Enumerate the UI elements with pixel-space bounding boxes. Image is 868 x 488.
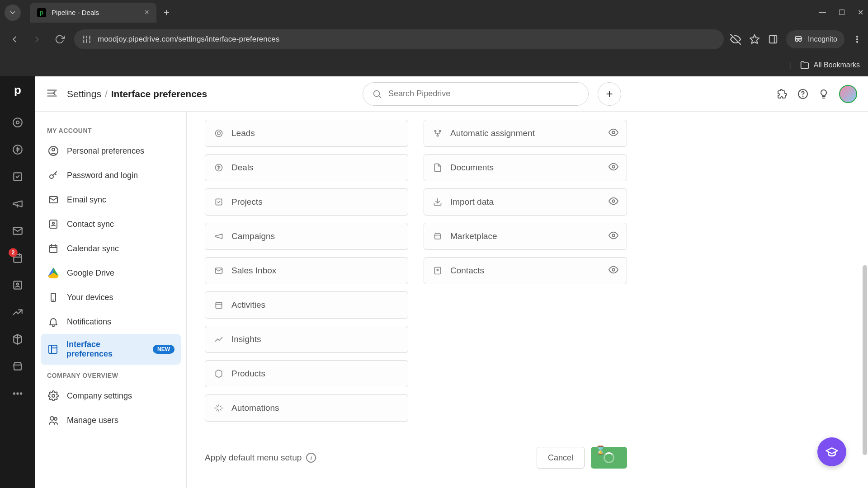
svg-marker-7 (750, 35, 759, 43)
apply-default-link[interactable]: Apply default menu setup i (205, 453, 316, 463)
close-window-button[interactable]: ✕ (858, 8, 863, 17)
help-fab[interactable] (817, 437, 846, 466)
svg-point-68 (612, 234, 615, 237)
browser-tab[interactable]: p Pipeline - Deals × (30, 3, 156, 23)
breadcrumb-root[interactable]: Settings (67, 89, 101, 99)
tab-favicon: p (37, 8, 46, 17)
rail-item-projects[interactable] (6, 165, 29, 188)
eye-icon[interactable] (609, 127, 618, 140)
tile-projects[interactable]: Projects (205, 188, 408, 216)
svg-point-71 (612, 268, 615, 271)
user-avatar[interactable] (839, 85, 857, 103)
lightbulb-icon[interactable] (818, 89, 829, 99)
branch-icon (432, 128, 443, 139)
footer-actions: Apply default menu setup i Cancel ⌛ (205, 447, 627, 469)
new-tab-button[interactable]: + (164, 7, 170, 19)
tile-marketplace[interactable]: Marketplace (424, 223, 627, 250)
rail-item-mail[interactable] (6, 219, 29, 243)
svg-point-64 (612, 131, 615, 134)
rail-item-insights[interactable] (6, 300, 29, 324)
tile-documents[interactable]: Documents (424, 154, 627, 181)
add-button[interactable]: + (598, 82, 621, 106)
tile-products[interactable]: Products (205, 360, 408, 387)
tile-automatic-assignment[interactable]: Automatic assignment (424, 120, 627, 147)
sidebar-toggle[interactable] (46, 87, 58, 101)
main-content: Leads Deals Projects Campaigns Sales Inb… (187, 112, 868, 488)
rail-item-leads[interactable] (6, 111, 29, 134)
tab-title: Pipeline - Deals (52, 9, 99, 16)
app-logo[interactable]: p (9, 81, 27, 99)
eye-icon[interactable] (609, 196, 618, 208)
kebab-menu-icon[interactable] (853, 35, 862, 44)
all-bookmarks-button[interactable]: All Bookmarks (800, 61, 860, 70)
sidebar-item-contact-sync[interactable]: Contact sync (41, 212, 181, 236)
sparkle-icon (213, 403, 224, 413)
svg-point-41 (52, 222, 54, 224)
sidebar-item-interface-preferences[interactable]: Interface preferencesNEW (41, 334, 181, 365)
tile-column-right: Automatic assignment Documents Import da… (424, 120, 627, 422)
svg-point-54 (216, 130, 222, 137)
sidebar-item-personal-preferences[interactable]: Personal preferences (41, 139, 181, 163)
rail-item-campaigns[interactable] (6, 192, 29, 216)
tile-campaigns[interactable]: Campaigns (205, 223, 408, 250)
calendar-icon (47, 242, 60, 255)
search-input[interactable] (363, 82, 589, 106)
svg-line-33 (379, 96, 381, 98)
maximize-button[interactable]: ☐ (839, 8, 845, 17)
scrollbar[interactable] (863, 265, 867, 455)
rail-item-products[interactable] (6, 328, 29, 351)
rail-item-deals[interactable] (6, 138, 29, 161)
save-button[interactable]: ⌛ (591, 447, 627, 469)
tile-column-left: Leads Deals Projects Campaigns Sales Inb… (205, 120, 408, 422)
back-button[interactable] (6, 31, 23, 47)
rail-item-marketplace[interactable] (6, 355, 29, 378)
tile-sales-inbox[interactable]: Sales Inbox (205, 257, 408, 284)
tab-close-button[interactable]: × (144, 8, 149, 17)
url-input[interactable]: moodjoy.pipedrive.com/settings/interface… (74, 29, 724, 49)
svg-point-25 (17, 283, 19, 285)
incognito-indicator[interactable]: Incognito (786, 30, 844, 48)
eye-icon[interactable] (609, 162, 618, 174)
eye-icon[interactable] (609, 265, 618, 277)
sidebar-item-notifications[interactable]: Notifications (41, 310, 181, 334)
sidebar-item-calendar-sync[interactable]: Calendar sync (41, 236, 181, 261)
svg-rect-59 (216, 302, 222, 308)
chevron-down-icon (9, 9, 17, 17)
rail-item-activities[interactable]: 2 (6, 246, 29, 270)
key-icon (47, 169, 60, 182)
sidebar-item-company-settings[interactable]: Company settings (41, 384, 181, 408)
reload-button[interactable] (52, 31, 68, 47)
tile-activities[interactable]: Activities (205, 291, 408, 319)
search-field[interactable] (388, 89, 579, 99)
eye-off-icon[interactable] (730, 34, 741, 45)
cancel-button[interactable]: Cancel (537, 447, 585, 469)
sidebar-item-your-devices[interactable]: Your devices (41, 285, 181, 310)
tile-automations[interactable]: Automations (205, 394, 408, 422)
browser-tab-strip: p Pipeline - Deals × + — ☐ ✕ (0, 0, 868, 25)
rail-item-contacts[interactable] (6, 273, 29, 297)
icon-rail: p 2 (0, 76, 35, 488)
sidebar-item-google-drive[interactable]: Google Drive (41, 261, 181, 285)
sidebar-item-password-login[interactable]: Password and login (41, 163, 181, 188)
side-panel-icon[interactable] (768, 34, 778, 44)
star-icon[interactable] (749, 34, 760, 45)
site-settings-icon (82, 35, 91, 44)
settings-sidebar: MY ACCOUNT Personal preferences Password… (35, 112, 187, 488)
sidebar-item-manage-users[interactable]: Manage users (41, 408, 181, 432)
tile-insights[interactable]: Insights (205, 326, 408, 353)
tile-contacts[interactable]: Contacts (424, 257, 627, 284)
sidebar-item-email-sync[interactable]: Email sync (41, 188, 181, 212)
forward-button[interactable] (29, 31, 45, 47)
tile-leads[interactable]: Leads (205, 120, 408, 147)
minimize-button[interactable]: — (819, 8, 826, 17)
svg-point-51 (52, 394, 55, 397)
tile-import-data[interactable]: Import data (424, 188, 627, 216)
browser-profile-button[interactable] (5, 5, 21, 21)
info-icon[interactable]: i (306, 453, 316, 463)
puzzle-icon[interactable] (777, 89, 788, 99)
contact-icon (47, 218, 60, 230)
eye-icon[interactable] (609, 230, 618, 243)
help-icon[interactable] (797, 89, 808, 99)
tile-deals[interactable]: Deals (205, 154, 408, 181)
rail-item-more[interactable] (6, 382, 29, 405)
